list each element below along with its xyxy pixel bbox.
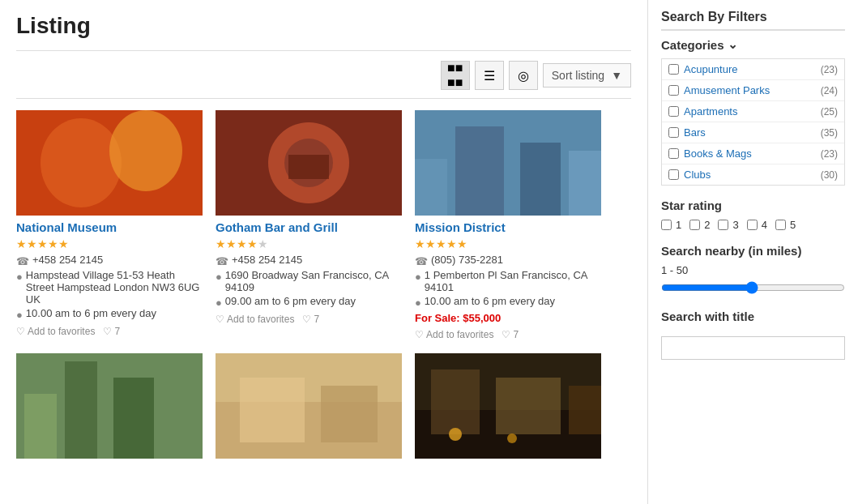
listing-title[interactable]: National Museum (16, 220, 203, 234)
svg-point-2 (109, 110, 182, 191)
toolbar: ■■■■ ☰ ◎ Sort listing ▼ (16, 61, 631, 99)
card-image (415, 110, 601, 216)
listing-title[interactable]: Mission District (415, 220, 601, 234)
sidebar: Search By Filters Categories ⌄ Acupuntur… (647, 0, 858, 504)
card-image (16, 110, 203, 216)
star-rating-options: 1 2 3 4 5 (661, 219, 845, 231)
svg-rect-13 (65, 361, 97, 459)
category-amusement-parks[interactable]: Amusement Parks (24) (662, 80, 844, 101)
range-label: 1 - 50 (661, 264, 845, 276)
listing-card: National Museum ★★★★★ ☎ +458 254 2145 ● … (16, 110, 203, 340)
listing-card: Gotham Bar and Grill ★★★★★ ☎ +458 254 21… (216, 110, 402, 340)
star-rating-5[interactable]: 5 (775, 219, 796, 231)
star-rating-2[interactable]: 2 (689, 219, 710, 231)
svg-rect-9 (520, 143, 561, 216)
comment-icon: ♡ (302, 314, 311, 325)
list-view-button[interactable]: ☰ (475, 61, 504, 90)
star-rating-1[interactable]: 1 (661, 219, 681, 231)
card-address: ● 1 Pemberton Pl San Francisco, CA 94101 (415, 269, 601, 293)
svg-rect-15 (24, 394, 57, 459)
location-icon: ● (216, 271, 222, 283)
card-phone: ☎ +458 254 2145 (16, 254, 203, 267)
card-footer: ♡ Add to favorites ♡ 7 (216, 314, 402, 325)
sidebar-title: Search By Filters (661, 10, 845, 31)
category-books-mags[interactable]: Books & Mags (23) (662, 143, 844, 164)
category-checkbox[interactable] (668, 127, 679, 138)
categories-list: Acupunture (23) Amusement Parks (24) Apa… (661, 58, 845, 186)
star-rating-3[interactable]: 3 (718, 219, 738, 231)
star-rating: ★★★★★ (216, 237, 402, 250)
page-title: Listing (16, 13, 631, 39)
svg-point-1 (41, 118, 122, 207)
card-address: ● Hampstead Village 51-53 Heath Street H… (16, 269, 203, 305)
categories-section: Categories ⌄ Acupunture (23) Amusement P… (661, 37, 845, 186)
star-2-checkbox[interactable] (689, 220, 700, 230)
card-phone: ☎ (805) 735-2281 (415, 254, 601, 267)
clock-icon: ● (16, 309, 23, 321)
card-phone: ☎ +458 254 2145 (216, 254, 402, 267)
category-checkbox[interactable] (668, 148, 679, 159)
listing-card-preview (415, 353, 601, 459)
comments-link[interactable]: ♡ 7 (103, 326, 120, 337)
nearby-range-slider[interactable] (661, 281, 845, 294)
svg-rect-11 (569, 151, 601, 216)
svg-rect-22 (431, 369, 480, 434)
card-image (216, 353, 402, 459)
heart-icon: ♡ (415, 329, 424, 340)
category-checkbox[interactable] (668, 106, 679, 117)
svg-rect-14 (113, 378, 154, 459)
for-sale-price: For Sale: $55,000 (415, 312, 601, 324)
listing-card: Mission District ★★★★★ ☎ (805) 735-2281 … (415, 110, 601, 340)
chevron-down-icon: ⌄ (728, 37, 738, 52)
comments-link[interactable]: ♡ 7 (502, 329, 519, 340)
svg-point-26 (507, 434, 517, 443)
search-title-heading: Search with title (661, 310, 845, 323)
nearby-heading: Search nearby (in miles) (661, 244, 845, 258)
star-rating-heading: Star rating (661, 199, 845, 212)
listing-grid-row2 (16, 353, 631, 472)
map-pin-icon: ◎ (518, 68, 529, 83)
category-bars[interactable]: Bars (35) (662, 122, 844, 143)
card-image (216, 110, 402, 216)
add-to-favorites-link[interactable]: ♡ Add to favorites (415, 329, 493, 340)
grid-icon: ■■■■ (447, 61, 463, 90)
category-checkbox[interactable] (668, 85, 679, 96)
comment-icon: ♡ (502, 329, 510, 340)
grid-view-button[interactable]: ■■■■ (441, 61, 470, 90)
nearby-section: Search nearby (in miles) 1 - 50 (661, 244, 845, 297)
listing-grid: National Museum ★★★★★ ☎ +458 254 2145 ● … (16, 110, 631, 353)
card-hours: ● 10.00 am to 6 pm every day (415, 295, 601, 309)
category-apartments[interactable]: Apartments (25) (662, 101, 844, 122)
star-rating-section: Star rating 1 2 3 4 5 (661, 199, 845, 231)
add-to-favorites-link[interactable]: ♡ Add to favorites (216, 314, 294, 325)
card-footer: ♡ Add to favorites ♡ 7 (16, 326, 203, 337)
clock-icon: ● (415, 297, 421, 309)
search-title-section: Search with title (661, 310, 845, 360)
card-image (16, 353, 203, 459)
card-footer: ♡ Add to favorites ♡ 7 (415, 329, 601, 340)
star-1-checkbox[interactable] (661, 220, 672, 230)
star-5-checkbox[interactable] (775, 220, 786, 230)
svg-rect-6 (288, 155, 329, 179)
category-clubs[interactable]: Clubs (30) (662, 164, 844, 185)
card-hours: ● 09.00 am to 6 pm every day (216, 295, 402, 309)
svg-rect-10 (415, 159, 447, 216)
category-checkbox[interactable] (668, 169, 679, 180)
star-4-checkbox[interactable] (747, 220, 758, 230)
categories-scroll[interactable]: Acupunture (23) Amusement Parks (24) Apa… (662, 59, 844, 185)
category-acupunture[interactable]: Acupunture (23) (662, 59, 844, 80)
chevron-down-icon: ▼ (611, 69, 622, 82)
add-to-favorites-link[interactable]: ♡ Add to favorites (16, 326, 95, 337)
categories-heading[interactable]: Categories ⌄ (661, 37, 845, 52)
listing-title[interactable]: Gotham Bar and Grill (216, 220, 402, 234)
category-checkbox[interactable] (668, 64, 679, 75)
star-rating-4[interactable]: 4 (747, 219, 767, 231)
heart-icon: ♡ (16, 326, 25, 337)
map-view-button[interactable]: ◎ (509, 61, 538, 90)
star-3-checkbox[interactable] (718, 220, 728, 230)
comments-link[interactable]: ♡ 7 (302, 314, 319, 325)
svg-point-25 (449, 428, 462, 441)
heart-icon: ♡ (216, 314, 224, 325)
search-title-input[interactable] (661, 336, 845, 360)
sort-dropdown[interactable]: Sort listing ▼ (543, 63, 631, 88)
